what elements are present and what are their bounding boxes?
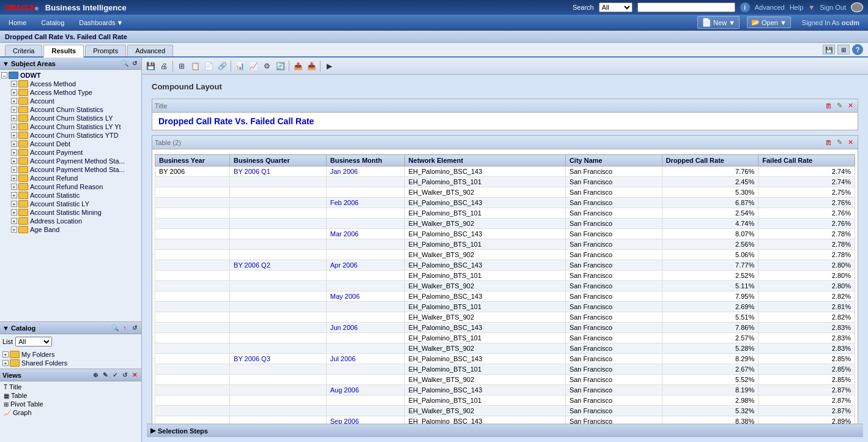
nav-open[interactable]: 📂 Open ▼ xyxy=(747,17,791,28)
odwt-collapse-icon[interactable]: − xyxy=(1,72,7,78)
expand-account-churn[interactable]: + xyxy=(11,107,17,113)
catalog-my-folders[interactable]: + My Folders xyxy=(0,350,141,359)
tb-btn8[interactable]: 🔄 xyxy=(274,60,286,72)
tree-item-account-statistic[interactable]: + Account Statistic xyxy=(0,191,141,200)
view-item-title[interactable]: T Title xyxy=(2,383,139,391)
user-avatar[interactable] xyxy=(851,2,863,12)
my-folders-label: My Folders xyxy=(21,351,54,358)
tb-btn2[interactable]: 📋 xyxy=(189,60,201,72)
catalog-list-select[interactable]: All xyxy=(15,337,52,346)
nav-home[interactable]: Home xyxy=(5,18,30,28)
tree-item-account-payment-method-1[interactable]: + Account Payment Method Sta... xyxy=(0,157,141,165)
title-edit-icon2[interactable]: ✎ xyxy=(834,101,844,111)
expand-access-method[interactable]: + xyxy=(11,81,17,87)
selection-steps[interactable]: ▶ Selection Steps xyxy=(147,424,863,437)
view-item-graph[interactable]: 📈 Graph xyxy=(2,408,139,417)
tree-item-account[interactable]: + Account xyxy=(0,97,141,105)
table-row: EH_Walker_BTS_902San Francisco4.74%2.76% xyxy=(155,219,855,229)
table-label: Table (2) xyxy=(155,139,181,146)
catalog-icon2[interactable]: ↑ xyxy=(121,324,129,332)
tb-btn4[interactable]: 🔗 xyxy=(216,60,228,72)
catalog-title: ▼ Catalog xyxy=(2,324,35,332)
subject-areas-search-icon[interactable]: 🔍 xyxy=(121,59,129,68)
tab-prompts[interactable]: Prompts xyxy=(85,45,126,56)
tree-item-access-method-type[interactable]: + Access Method Type xyxy=(0,88,141,97)
view-item-pivot[interactable]: ⊞ Pivot Table xyxy=(2,400,139,408)
tb-btn5[interactable]: 📊 xyxy=(234,60,246,72)
tb-btn3[interactable]: 📄 xyxy=(202,60,215,72)
title-edit-icon1[interactable]: 🖹 xyxy=(823,101,833,111)
catalog-header[interactable]: ▼ Catalog 🔍 ↑ ↺ xyxy=(0,322,141,334)
scroll-area[interactable]: Title 🖹 ✎ ✕ Dropped Call Rate Vs. Failed… xyxy=(147,99,863,424)
views-icon3[interactable]: ✓ xyxy=(111,371,119,380)
nav-dashboards[interactable]: Dashboards ▼ xyxy=(75,18,127,28)
tree-item-account-churn-stats-ly[interactable]: + Account Churn Statistics LY xyxy=(0,114,141,122)
tree-item-account-churn-ytd[interactable]: + Account Churn Statistics YTD xyxy=(0,131,141,140)
subject-areas-header[interactable]: ▼ Subject Areas 🔍 ↺ xyxy=(0,58,141,70)
catalog-tree: + My Folders + Shared Folders xyxy=(0,349,141,369)
subject-areas-reload-icon[interactable]: ↺ xyxy=(130,59,139,68)
tb-btn9[interactable]: 📤 xyxy=(292,60,304,72)
expand-access-method-type[interactable]: + xyxy=(11,89,17,96)
tb-save-btn[interactable]: 💾 xyxy=(144,60,157,72)
tree-item-access-method[interactable]: + Access Method xyxy=(0,80,141,88)
tb-btn7[interactable]: ⚙ xyxy=(261,60,273,72)
table-close-icon[interactable]: ✕ xyxy=(845,138,855,148)
save-icon[interactable]: 💾 xyxy=(823,45,835,54)
catalog-icon1[interactable]: 🔍 xyxy=(111,324,119,332)
title-close-icon[interactable]: ✕ xyxy=(845,101,855,111)
nav-catalog[interactable]: Catalog xyxy=(37,18,68,28)
catalog-shared-folders[interactable]: + Shared Folders xyxy=(0,359,141,367)
views-icon1[interactable]: ⊕ xyxy=(91,371,100,380)
tree-item-account-payment[interactable]: + Account Payment xyxy=(0,148,141,157)
tree-item-account-churn-ly-yt[interactable]: + Account Churn Statistics LY Yt xyxy=(0,122,141,131)
views-icon2[interactable]: ✎ xyxy=(101,371,109,380)
expand-account[interactable]: + xyxy=(11,98,17,104)
odwt-label: ODWT xyxy=(20,72,41,79)
tb-btn10[interactable]: 📥 xyxy=(305,60,317,72)
tree-item-age-band[interactable]: + Age Band xyxy=(0,225,141,234)
table-row: May 2006EH_Palomino_BSC_143San Francisco… xyxy=(155,291,855,302)
table-row: EH_Walker_BTS_902San Francisco5.28%2.83% xyxy=(155,343,855,354)
table-icon1[interactable]: 🖹 xyxy=(823,138,833,148)
tree-item-account-debt[interactable]: + Account Debt xyxy=(0,140,141,148)
views-close-icon[interactable]: ✕ xyxy=(130,371,139,380)
tb-btn1[interactable]: ⊞ xyxy=(176,60,188,72)
signout-link[interactable]: Sign Out xyxy=(820,4,846,11)
table-row: Jun 2006EH_Palomino_BSC_143San Francisco… xyxy=(155,323,855,333)
catalog-icon3[interactable]: ↺ xyxy=(130,324,139,332)
access-method-type-label: Access Method Type xyxy=(30,89,92,96)
tree-item-account-payment-method-2[interactable]: + Account Payment Method Sta... xyxy=(0,165,141,174)
views-list: T Title ▦ Table ⊞ Pivot Table 📈 Graph xyxy=(0,381,141,440)
search-input[interactable] xyxy=(637,2,735,12)
table-row: EH_Palomino_BTS_101San Francisco2.56%2.7… xyxy=(155,239,855,250)
account-churn-label: Account Churn Statistics xyxy=(30,106,103,113)
tree-root-odwt[interactable]: − ODWT xyxy=(0,71,141,80)
tab-results[interactable]: Results xyxy=(43,45,84,58)
search-info-icon[interactable]: i xyxy=(740,2,750,12)
tb-print-btn[interactable]: 🖨 xyxy=(158,60,170,72)
tree-item-account-refund-reason[interactable]: + Account Refund Reason xyxy=(0,182,141,191)
help-question-icon[interactable]: ? xyxy=(852,44,863,55)
grid-icon[interactable]: ⊞ xyxy=(837,45,850,54)
views-header[interactable]: Views ⊕ ✎ ✓ ↺ ✕ xyxy=(0,369,141,381)
tree-item-account-statistic-mining[interactable]: + Account Statistic Mining xyxy=(0,208,141,217)
table-edit-icon[interactable]: ✎ xyxy=(834,138,844,148)
topbar-left: ORACLE® Business Intelligence xyxy=(5,3,127,12)
view-item-table[interactable]: ▦ Table xyxy=(2,391,139,400)
views-icon4[interactable]: ↺ xyxy=(121,371,129,380)
advanced-link[interactable]: Advanced xyxy=(755,4,785,11)
tab-advanced[interactable]: Advanced xyxy=(127,45,173,56)
bi-title: Business Intelligence xyxy=(45,3,127,12)
nav-new[interactable]: 📄 New ▼ xyxy=(697,16,740,29)
tree-item-account-refund[interactable]: + Account Refund xyxy=(0,174,141,182)
tab-criteria[interactable]: Criteria xyxy=(5,45,42,56)
search-scope-select[interactable]: All xyxy=(599,2,632,12)
tree-item-account-statistic-ly[interactable]: + Account Statistic LY xyxy=(0,200,141,208)
tree-item-account-churn-stats[interactable]: + Account Churn Statistics xyxy=(0,105,141,114)
tb-btn6[interactable]: 📈 xyxy=(247,60,259,72)
help-link[interactable]: Help xyxy=(790,4,804,11)
tree-item-address-location[interactable]: + Address Location xyxy=(0,217,141,225)
tb-btn11[interactable]: ▶ xyxy=(323,60,335,72)
expand-account-churn-ly[interactable]: + xyxy=(11,115,17,121)
